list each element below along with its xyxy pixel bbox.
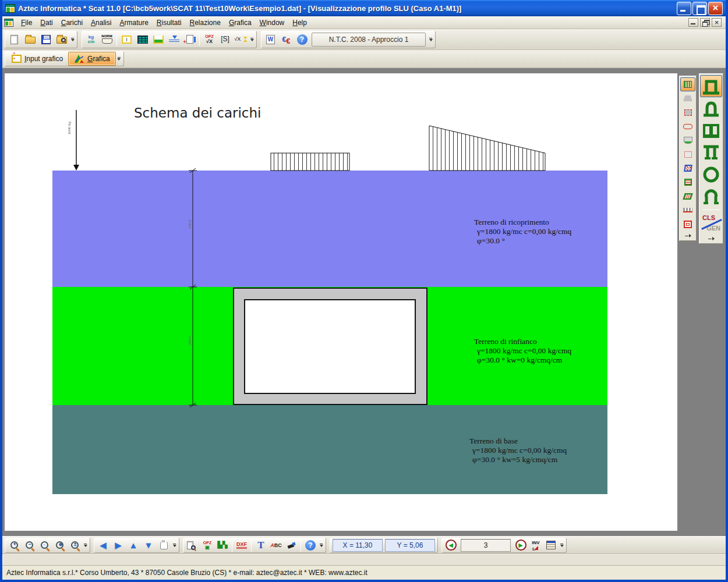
pan-hand-button[interactable] xyxy=(156,538,171,552)
zoom-window-button[interactable]: ▫ xyxy=(37,538,52,552)
tool-rebar-button[interactable] xyxy=(680,203,695,217)
zoom-extents-button[interactable]: ⊕ xyxy=(52,538,67,552)
maximize-button[interactable] xyxy=(692,2,707,15)
detail-strip-overflow[interactable] xyxy=(680,232,695,239)
units-button[interactable]: kgcm xyxy=(83,32,99,47)
menu-help[interactable]: Help xyxy=(288,17,311,28)
mode-group-dropdown[interactable] xyxy=(116,52,122,66)
save-file-button[interactable] xyxy=(38,32,54,47)
tool-deformed-button[interactable] xyxy=(680,119,695,133)
new-file-button[interactable] xyxy=(6,32,22,47)
ntc-group-dropdown[interactable] xyxy=(427,33,434,47)
zoom-previous-button[interactable]: ± xyxy=(67,538,82,552)
file-preview-button[interactable] xyxy=(54,32,69,47)
graphic-help-button[interactable]: ? xyxy=(303,538,318,552)
report-button[interactable] xyxy=(543,538,559,552)
layers-button[interactable]: ▙▚ xyxy=(215,538,230,552)
menu-dati[interactable]: Dati xyxy=(36,17,56,28)
shape-square-arch-button[interactable] xyxy=(700,75,722,97)
mode-toolbar: Input grafico Grafica xyxy=(2,50,726,68)
input-grafico-button[interactable]: Input grafico xyxy=(6,52,68,66)
tool-dimension-button[interactable] xyxy=(680,91,695,105)
arrow-down-icon: ▼ xyxy=(144,541,153,549)
tool-loads-box-button[interactable] xyxy=(680,147,695,161)
tool-hatch-edges-button[interactable] xyxy=(680,105,695,119)
mdi-restore-button[interactable] xyxy=(700,18,710,27)
next-view-button[interactable]: ▶ xyxy=(513,538,528,552)
shape-horseshoe-button[interactable] xyxy=(700,186,722,208)
zoom-in-button[interactable]: + xyxy=(6,538,22,552)
menu-file[interactable]: File xyxy=(17,17,36,28)
currency-button[interactable]: €€ xyxy=(278,32,294,47)
menu-analisi[interactable]: Analisi xyxy=(87,17,115,28)
menu-risultati[interactable]: Risultati xyxy=(153,17,186,28)
help-button[interactable]: ? xyxy=(294,32,310,47)
tool-section-fill-button[interactable] xyxy=(680,77,695,91)
section-frame-icon: I xyxy=(122,36,132,44)
nav-group-dropdown[interactable] xyxy=(559,538,565,552)
geometry-button[interactable]: I xyxy=(119,32,135,47)
zoom-out-button[interactable]: − xyxy=(22,538,37,552)
calc-button[interactable]: √X xyxy=(233,32,249,47)
graphic-options-button[interactable]: OPZ▣ xyxy=(200,538,215,552)
wall-ground-icon xyxy=(153,36,164,44)
pan-group-dropdown[interactable] xyxy=(171,538,178,552)
shape-double-box-button[interactable] xyxy=(700,119,722,141)
tool-pressure-diagram-button[interactable] xyxy=(680,189,695,203)
hatched-square-icon xyxy=(684,81,692,88)
tool-moment-diagram-button[interactable] xyxy=(680,161,695,175)
drawing-canvas[interactable]: Schema dei carichi 1000 kg 200.0 200.0 T… xyxy=(5,73,677,531)
menu-relazione[interactable]: Relazione xyxy=(186,17,225,28)
grafica-button[interactable]: Grafica xyxy=(68,52,116,66)
add-text-button[interactable]: T xyxy=(253,538,268,552)
ntc-approach-selector[interactable]: N.T.C. 2008 - Approccio 1 xyxy=(312,33,426,47)
terrain-label-rinfianco: Terreno di rinfianco γ=1800 kg/mc c=0,00… xyxy=(474,337,571,365)
dxf-export-button[interactable]: DXF xyxy=(234,538,249,552)
mdi-close-button[interactable] xyxy=(712,18,722,27)
shape-portal-button[interactable] xyxy=(700,141,722,164)
shape-strip-overflow[interactable] xyxy=(700,235,722,242)
pan-right-button[interactable]: ▶ xyxy=(111,538,126,552)
graphic-group-dropdown[interactable] xyxy=(318,538,324,552)
arrow-left-icon: ◀ xyxy=(100,541,107,549)
menu-armature[interactable]: Armature xyxy=(115,17,152,28)
menu-window[interactable]: Window xyxy=(256,17,289,28)
sections-button[interactable]: [S] xyxy=(217,32,233,47)
shape-round-arch-button[interactable] xyxy=(700,97,722,119)
mdi-minimize-button[interactable] xyxy=(688,18,698,27)
colors-button[interactable] xyxy=(284,538,299,552)
tool-section-outline-button[interactable] xyxy=(680,217,695,231)
status-text: Aztec Informatica s.r.l.* Corso Umberto,… xyxy=(6,569,367,577)
pan-down-button[interactable]: ▼ xyxy=(141,538,156,552)
menu-carichi[interactable]: Carichi xyxy=(57,17,87,28)
terrain-button[interactable] xyxy=(150,32,166,47)
analysis-options-button[interactable]: OPZ√X xyxy=(202,32,217,47)
minimize-button[interactable] xyxy=(677,2,691,15)
pan-left-button[interactable]: ◀ xyxy=(96,538,111,552)
analysis-group-dropdown[interactable] xyxy=(249,33,255,47)
green-square-diagram-icon xyxy=(684,179,692,186)
zoom-group-dropdown[interactable] xyxy=(82,538,89,552)
close-button[interactable] xyxy=(708,2,723,15)
open-file-button[interactable] xyxy=(22,32,38,47)
title-bar[interactable]: Aztec Informatica * Scat 11.0 [C:\bcb5wo… xyxy=(2,0,726,16)
view-counter-field[interactable]: 3 xyxy=(461,539,511,552)
norm-button[interactable]: NORM xyxy=(99,32,115,47)
file-group-dropdown[interactable] xyxy=(69,33,76,47)
word-export-button[interactable]: W xyxy=(263,32,278,47)
cls-gen-button[interactable]: CLS GEN xyxy=(700,212,722,234)
shape-circle-button[interactable] xyxy=(700,164,722,186)
previous-view-button[interactable]: ◀ xyxy=(443,538,458,552)
materials-button[interactable] xyxy=(135,32,150,47)
application-window: Aztec Informatica * Scat 11.0 [C:\bcb5wo… xyxy=(0,0,728,582)
font-button[interactable]: AABCBC xyxy=(268,538,284,552)
invert-button[interactable]: INV xyxy=(528,538,543,552)
print-preview-button[interactable] xyxy=(185,538,200,552)
square-arch-icon xyxy=(701,76,721,96)
tool-wall-pressure-button[interactable] xyxy=(680,133,695,147)
water-table-button[interactable] xyxy=(166,32,182,47)
loads-profile-button[interactable] xyxy=(182,32,197,47)
menu-grafica[interactable]: Grafica xyxy=(225,17,256,28)
tool-shear-diagram-button[interactable] xyxy=(680,175,695,189)
pan-up-button[interactable]: ▲ xyxy=(126,538,141,552)
